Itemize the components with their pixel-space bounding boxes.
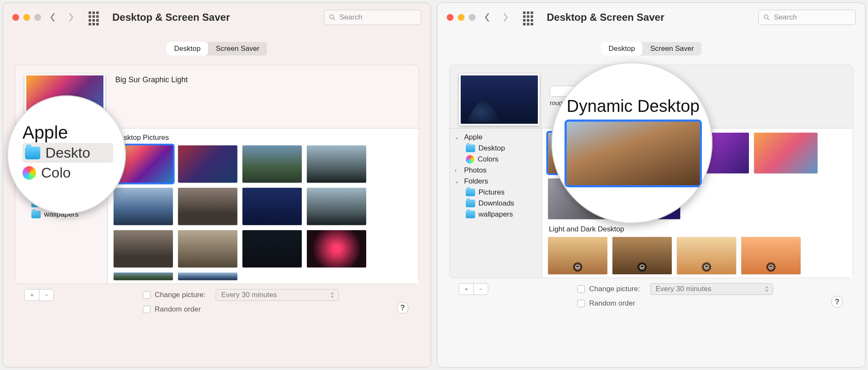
gallery-header: Desktop Pictures — [114, 132, 412, 145]
source-sidebar: ⌄Apple Desktop Colors ›Photos ⌄Folders P… — [450, 128, 542, 278]
sidebar-item-pictures[interactable]: Pictures — [453, 187, 539, 198]
search-input[interactable]: Search — [758, 10, 856, 25]
current-wallpaper-preview — [459, 74, 540, 125]
search-placeholder: Search — [774, 13, 797, 22]
sidebar-item-wallpapers[interactable]: wallpapers — [453, 209, 539, 220]
change-picture-checkbox[interactable] — [577, 285, 585, 293]
add-remove-group: ＋ － — [459, 283, 488, 295]
forward-button[interactable] — [498, 10, 513, 25]
sidebar-item-folders[interactable]: ⌄Folders — [453, 176, 539, 187]
download-icon[interactable] — [702, 262, 711, 272]
change-picture-label: Change picture: — [589, 285, 640, 293]
folder-icon — [31, 211, 41, 218]
folder-icon — [25, 147, 40, 159]
wallpaper-thumb[interactable] — [114, 188, 173, 225]
search-placeholder: Search — [339, 13, 362, 22]
help-button[interactable]: ? — [831, 296, 843, 308]
tab-desktop[interactable]: Desktop — [167, 42, 208, 56]
color-wheel-icon — [22, 166, 36, 180]
download-icon[interactable] — [573, 262, 582, 272]
titlebar: Desktop & Screen Saver Search — [3, 3, 431, 32]
close-icon[interactable] — [447, 14, 453, 21]
window-title: Desktop & Screen Saver — [547, 11, 664, 23]
magnifier-overlay: Apple Deskto Colo — [7, 95, 126, 214]
random-order-checkbox[interactable] — [143, 306, 150, 313]
back-button[interactable] — [480, 10, 494, 25]
sidebar-item-downloads[interactable]: Downloads — [453, 198, 539, 209]
wallpaper-thumb[interactable] — [741, 237, 801, 274]
all-prefs-icon[interactable] — [523, 11, 535, 23]
download-icon[interactable] — [766, 262, 776, 272]
wallpaper-thumb[interactable] — [178, 145, 237, 183]
remove-folder-button[interactable]: － — [473, 284, 488, 295]
wallpaper-thumb[interactable] — [307, 188, 366, 225]
sidebar-item-colors[interactable]: Colors — [453, 154, 539, 165]
wallpaper-thumb[interactable] — [242, 230, 302, 267]
folder-icon — [466, 211, 475, 218]
download-icon[interactable] — [637, 262, 647, 272]
random-order-label: Random order — [589, 299, 635, 308]
random-order-label: Random order — [155, 305, 201, 314]
search-input[interactable]: Search — [324, 10, 421, 25]
tab-bar: Desktop Screen Saver — [15, 42, 419, 56]
color-wheel-icon — [466, 155, 474, 164]
folder-icon — [466, 189, 475, 196]
wallpaper-thumb[interactable] — [754, 133, 818, 173]
wallpaper-thumb[interactable] — [178, 188, 237, 225]
svg-line-1 — [333, 18, 335, 20]
wallpaper-thumb[interactable] — [114, 230, 173, 267]
close-icon[interactable] — [12, 14, 19, 21]
svg-point-4 — [576, 265, 580, 269]
wallpaper-thumb[interactable] — [242, 188, 302, 225]
add-folder-button[interactable]: ＋ — [25, 289, 39, 300]
svg-point-5 — [640, 265, 644, 269]
forward-button[interactable] — [64, 10, 78, 25]
change-picture-checkbox[interactable] — [143, 291, 150, 299]
wallpaper-thumb[interactable] — [307, 230, 366, 267]
random-order-checkbox[interactable] — [577, 300, 585, 307]
help-button[interactable]: ? — [397, 302, 409, 314]
minimize-icon[interactable] — [23, 14, 30, 21]
add-remove-group: ＋ － — [24, 289, 54, 301]
prefs-window-left: Desktop & Screen Saver Search Desktop Sc… — [3, 3, 431, 367]
window-controls — [447, 14, 476, 21]
wallpaper-thumb[interactable] — [242, 145, 302, 183]
wallpaper-thumb[interactable] — [677, 237, 736, 274]
wallpaper-thumb[interactable] — [548, 237, 607, 274]
folder-icon — [466, 200, 475, 207]
wallpaper-thumb[interactable] — [114, 273, 173, 280]
add-folder-button[interactable]: ＋ — [459, 284, 473, 295]
maximize-icon — [34, 14, 41, 21]
interval-select[interactable]: Every 30 minutes — [216, 289, 339, 301]
minimize-icon[interactable] — [458, 14, 465, 21]
section-header-light-dark: Light and Dark Desktop — [548, 223, 847, 237]
bottom-bar: ＋ － Change picture: Every 30 minutes Ran… — [15, 284, 419, 320]
change-picture-label: Change picture: — [155, 291, 206, 299]
sidebar-item-apple[interactable]: ⌄Apple — [453, 132, 539, 143]
window-title: Desktop & Screen Saver — [112, 11, 230, 23]
tab-screensaver[interactable]: Screen Saver — [208, 42, 267, 56]
magnifier-apple: Apple — [22, 122, 113, 143]
wallpaper-name: Big Sur Graphic Light — [115, 75, 409, 84]
svg-line-3 — [768, 18, 769, 20]
back-button[interactable] — [45, 10, 60, 25]
sidebar-item-desktop-pictures[interactable]: Desktop — [453, 143, 539, 154]
tab-desktop[interactable]: Desktop — [601, 42, 643, 56]
titlebar: Desktop & Screen Saver Search — [437, 3, 865, 32]
sidebar-item-photos[interactable]: ›Photos — [453, 165, 539, 176]
wallpaper-thumb[interactable] — [612, 237, 672, 274]
wallpaper-thumb[interactable] — [307, 145, 366, 183]
interval-select[interactable]: Every 30 minutes — [650, 283, 773, 295]
remove-folder-button[interactable]: － — [39, 289, 53, 300]
magnifier-overlay: Dynamic Desktop — [551, 62, 712, 223]
svg-point-2 — [764, 15, 768, 19]
tab-bar: Desktop Screen Saver — [449, 42, 853, 56]
wallpaper-gallery: Desktop Pictures — [108, 128, 418, 284]
maximize-icon — [469, 14, 476, 21]
svg-point-7 — [769, 265, 773, 269]
all-prefs-icon[interactable] — [89, 11, 100, 23]
wallpaper-thumb[interactable] — [178, 273, 237, 280]
tab-screensaver[interactable]: Screen Saver — [643, 42, 701, 56]
prefs-window-right: Desktop & Screen Saver Search Desktop Sc… — [437, 3, 865, 367]
wallpaper-thumb[interactable] — [178, 230, 237, 267]
